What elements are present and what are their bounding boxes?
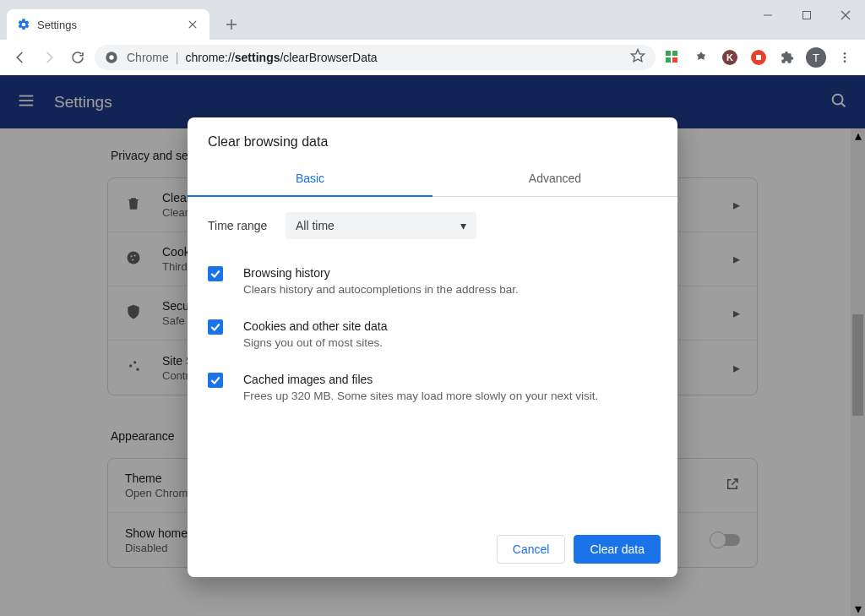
- dialog-tabs: Basic Advanced: [188, 161, 677, 197]
- svg-rect-13: [666, 57, 671, 63]
- svg-rect-11: [666, 51, 671, 56]
- svg-point-9: [109, 55, 113, 59]
- option-cached[interactable]: Cached images and filesFrees up 320 MB. …: [208, 364, 657, 411]
- browser-tab[interactable]: Settings: [7, 9, 209, 40]
- svg-point-16: [844, 57, 846, 59]
- clear-data-button[interactable]: Clear data: [574, 535, 661, 564]
- svg-point-15: [844, 52, 846, 55]
- dialog-title: Clear browsing data: [188, 117, 677, 161]
- time-range-select[interactable]: All time ▾: [286, 212, 476, 239]
- extension-icon-3[interactable]: K: [718, 46, 742, 69]
- cancel-button[interactable]: Cancel: [497, 535, 566, 564]
- svg-point-17: [844, 60, 846, 63]
- extension-icon-1[interactable]: [661, 46, 684, 69]
- svg-rect-12: [672, 51, 677, 56]
- time-range-label: Time range: [208, 219, 286, 232]
- gear-icon: [17, 18, 30, 31]
- new-tab-button[interactable]: [220, 13, 243, 36]
- dialog-footer: Cancel Clear data: [188, 521, 677, 577]
- option-browsing-history[interactable]: Browsing historyClears history and autoc…: [208, 258, 657, 304]
- svg-rect-14: [672, 57, 677, 63]
- reload-button[interactable]: [66, 46, 90, 69]
- svg-rect-1: [803, 12, 811, 19]
- bookmark-star-icon[interactable]: [630, 48, 645, 67]
- forward-button[interactable]: [37, 46, 61, 69]
- window-controls: [748, 0, 865, 30]
- profile-avatar[interactable]: T: [804, 46, 828, 69]
- option-cookies[interactable]: Cookies and other site dataSigns you out…: [208, 311, 657, 357]
- address-text: Chrome|chrome://settings/clearBrowserDat…: [127, 51, 378, 64]
- tab-basic[interactable]: Basic: [188, 161, 432, 197]
- dialog-body: Time range All time ▾ Browsing historyCl…: [188, 197, 677, 521]
- extension-icon-2[interactable]: [689, 46, 713, 69]
- checkbox-cached[interactable]: [208, 373, 223, 388]
- tab-advanced[interactable]: Advanced: [432, 161, 677, 196]
- extension-icon-4[interactable]: [747, 46, 770, 69]
- close-tab-button[interactable]: [186, 18, 199, 31]
- tab-strip: Settings: [0, 0, 865, 40]
- chrome-menu-button[interactable]: [833, 46, 857, 69]
- tab-title: Settings: [37, 19, 179, 31]
- toolbar: Chrome|chrome://settings/clearBrowserDat…: [0, 40, 865, 75]
- close-window-button[interactable]: [826, 0, 865, 30]
- checkbox-cookies[interactable]: [208, 319, 223, 335]
- svg-marker-10: [632, 50, 645, 62]
- checkbox-browsing-history[interactable]: [208, 266, 223, 281]
- clear-browsing-data-dialog: Clear browsing data Basic Advanced Time …: [188, 117, 677, 577]
- address-bar[interactable]: Chrome|chrome://settings/clearBrowserDat…: [95, 45, 656, 70]
- extensions-button[interactable]: [775, 46, 799, 69]
- back-button[interactable]: [8, 46, 32, 69]
- minimize-button[interactable]: [748, 0, 787, 30]
- chrome-icon: [105, 51, 118, 64]
- caret-down-icon: ▾: [460, 219, 466, 232]
- maximize-button[interactable]: [787, 0, 826, 30]
